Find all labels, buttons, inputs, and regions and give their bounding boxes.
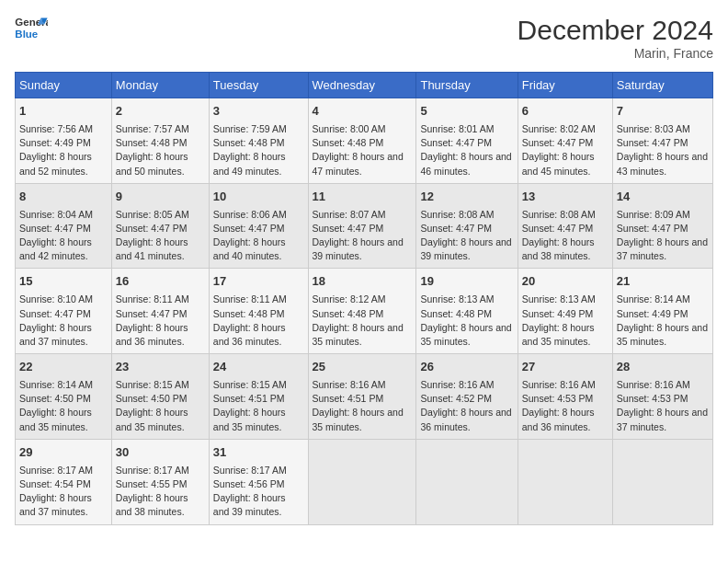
sunset-text: Sunset: 4:49 PM [522, 308, 594, 319]
daylight-text: Daylight: 8 hours and 36 minutes. [213, 322, 286, 347]
day-number: 4 [313, 103, 413, 121]
calendar-cell: 11Sunrise: 8:07 AMSunset: 4:47 PMDayligh… [308, 183, 416, 269]
cell-info: Sunrise: 7:56 AMSunset: 4:49 PMDaylight:… [19, 122, 108, 178]
sunset-text: Sunset: 4:48 PM [213, 308, 285, 319]
sunset-text: Sunset: 4:51 PM [313, 393, 384, 404]
calendar-header-row: SundayMondayTuesdayWednesdayThursdayFrid… [16, 73, 713, 98]
day-number: 26 [420, 359, 513, 376]
day-number: 18 [313, 273, 413, 291]
logo-icon: General Blue [15, 15, 48, 42]
weekday-header: Friday [518, 73, 612, 98]
weekday-header: Sunday [16, 73, 112, 98]
day-number: 1 [19, 103, 108, 121]
daylight-text: Daylight: 8 hours and 39 minutes. [420, 236, 511, 261]
cell-info: Sunrise: 8:07 AMSunset: 4:47 PMDaylight:… [313, 208, 413, 264]
cell-info: Sunrise: 8:15 AMSunset: 4:51 PMDaylight:… [213, 378, 304, 434]
sunset-text: Sunset: 4:47 PM [617, 137, 688, 148]
cell-info: Sunrise: 8:08 AMSunset: 4:47 PMDaylight:… [522, 208, 609, 264]
daylight-text: Daylight: 8 hours and 37 minutes. [19, 492, 92, 517]
sunset-text: Sunset: 4:47 PM [522, 137, 594, 148]
sunrise-text: Sunrise: 8:11 AM [213, 293, 287, 304]
weekday-header: Monday [111, 73, 209, 98]
day-number: 11 [313, 189, 413, 206]
calendar-week-row: 29Sunrise: 8:17 AMSunset: 4:54 PMDayligh… [16, 439, 713, 524]
calendar-cell: 20Sunrise: 8:13 AMSunset: 4:49 PMDayligh… [518, 269, 612, 354]
svg-text:Blue: Blue [15, 29, 38, 40]
cell-info: Sunrise: 8:14 AMSunset: 4:50 PMDaylight:… [19, 378, 108, 434]
sunrise-text: Sunrise: 8:03 AM [617, 123, 690, 134]
cell-info: Sunrise: 8:01 AMSunset: 4:47 PMDaylight:… [420, 122, 513, 178]
daylight-text: Daylight: 8 hours and 37 minutes. [19, 322, 92, 347]
sunset-text: Sunset: 4:47 PM [522, 223, 594, 234]
sunset-text: Sunset: 4:47 PM [213, 223, 285, 234]
sunrise-text: Sunrise: 8:14 AM [617, 293, 690, 304]
cell-info: Sunrise: 8:05 AMSunset: 4:47 PMDaylight:… [116, 208, 205, 264]
daylight-text: Daylight: 8 hours and 35 minutes. [420, 322, 511, 347]
day-number: 15 [19, 273, 108, 291]
sunset-text: Sunset: 4:49 PM [19, 137, 91, 148]
sunrise-text: Sunrise: 7:57 AM [116, 123, 189, 134]
calendar-cell: 13Sunrise: 8:08 AMSunset: 4:47 PMDayligh… [518, 183, 612, 269]
day-number: 14 [617, 189, 709, 206]
daylight-text: Daylight: 8 hours and 38 minutes. [116, 492, 188, 517]
sunset-text: Sunset: 4:47 PM [313, 223, 384, 234]
sunrise-text: Sunrise: 8:15 AM [213, 379, 287, 390]
sunset-text: Sunset: 4:47 PM [420, 223, 492, 234]
cell-info: Sunrise: 8:13 AMSunset: 4:48 PMDaylight:… [420, 293, 513, 349]
daylight-text: Daylight: 8 hours and 52 minutes. [19, 151, 92, 176]
sunrise-text: Sunrise: 7:59 AM [213, 123, 287, 134]
calendar-cell: 25Sunrise: 8:16 AMSunset: 4:51 PMDayligh… [308, 354, 416, 440]
daylight-text: Daylight: 8 hours and 35 minutes. [19, 407, 92, 431]
cell-info: Sunrise: 8:17 AMSunset: 4:54 PMDaylight:… [19, 464, 108, 520]
sunrise-text: Sunrise: 8:09 AM [617, 209, 690, 220]
cell-info: Sunrise: 7:57 AMSunset: 4:48 PMDaylight:… [116, 122, 205, 178]
cell-info: Sunrise: 8:15 AMSunset: 4:50 PMDaylight:… [116, 378, 205, 434]
day-number: 5 [420, 103, 513, 121]
sunset-text: Sunset: 4:53 PM [522, 393, 594, 404]
calendar-cell [612, 439, 712, 524]
calendar-cell: 3Sunrise: 7:59 AMSunset: 4:48 PMDaylight… [209, 98, 308, 184]
daylight-text: Daylight: 8 hours and 37 minutes. [617, 407, 708, 431]
main-title: December 2024 [518, 15, 713, 46]
calendar-cell: 22Sunrise: 8:14 AMSunset: 4:50 PMDayligh… [16, 354, 112, 440]
daylight-text: Daylight: 8 hours and 36 minutes. [522, 407, 595, 431]
calendar-cell [416, 439, 518, 524]
daylight-text: Daylight: 8 hours and 47 minutes. [313, 151, 404, 176]
day-number: 3 [213, 103, 304, 121]
daylight-text: Daylight: 8 hours and 43 minutes. [617, 151, 708, 176]
calendar-cell: 30Sunrise: 8:17 AMSunset: 4:55 PMDayligh… [111, 439, 209, 524]
daylight-text: Daylight: 8 hours and 39 minutes. [213, 492, 286, 517]
sunrise-text: Sunrise: 8:15 AM [116, 379, 189, 390]
daylight-text: Daylight: 8 hours and 49 minutes. [213, 151, 286, 176]
sunrise-text: Sunrise: 8:16 AM [522, 379, 596, 390]
cell-info: Sunrise: 8:16 AMSunset: 4:52 PMDaylight:… [420, 378, 513, 434]
sunrise-text: Sunrise: 8:13 AM [522, 293, 596, 304]
sunrise-text: Sunrise: 8:08 AM [420, 209, 494, 220]
cell-info: Sunrise: 8:11 AMSunset: 4:47 PMDaylight:… [116, 293, 205, 349]
calendar-table: SundayMondayTuesdayWednesdayThursdayFrid… [15, 72, 713, 525]
day-number: 8 [19, 189, 108, 206]
calendar-cell: 12Sunrise: 8:08 AMSunset: 4:47 PMDayligh… [416, 183, 518, 269]
day-number: 31 [213, 444, 304, 462]
daylight-text: Daylight: 8 hours and 35 minutes. [617, 322, 708, 347]
calendar-cell: 28Sunrise: 8:16 AMSunset: 4:53 PMDayligh… [612, 354, 712, 440]
day-number: 17 [213, 273, 304, 291]
calendar-cell: 23Sunrise: 8:15 AMSunset: 4:50 PMDayligh… [111, 354, 209, 440]
cell-info: Sunrise: 8:10 AMSunset: 4:47 PMDaylight:… [19, 293, 108, 349]
sunset-text: Sunset: 4:48 PM [420, 308, 492, 319]
cell-info: Sunrise: 8:08 AMSunset: 4:47 PMDaylight:… [420, 208, 513, 264]
sunset-text: Sunset: 4:55 PM [116, 478, 188, 489]
cell-info: Sunrise: 8:11 AMSunset: 4:48 PMDaylight:… [213, 293, 304, 349]
day-number: 7 [617, 103, 709, 121]
day-number: 2 [116, 103, 205, 121]
weekday-header: Wednesday [308, 73, 416, 98]
calendar-cell: 21Sunrise: 8:14 AMSunset: 4:49 PMDayligh… [612, 269, 712, 354]
daylight-text: Daylight: 8 hours and 42 minutes. [19, 236, 92, 261]
day-number: 19 [420, 273, 513, 291]
calendar-week-row: 15Sunrise: 8:10 AMSunset: 4:47 PMDayligh… [16, 269, 713, 354]
calendar-cell: 19Sunrise: 8:13 AMSunset: 4:48 PMDayligh… [416, 269, 518, 354]
calendar-cell: 2Sunrise: 7:57 AMSunset: 4:48 PMDaylight… [111, 98, 209, 184]
daylight-text: Daylight: 8 hours and 35 minutes. [522, 322, 595, 347]
day-number: 23 [116, 359, 205, 376]
logo: General Blue General Blue [15, 15, 48, 42]
